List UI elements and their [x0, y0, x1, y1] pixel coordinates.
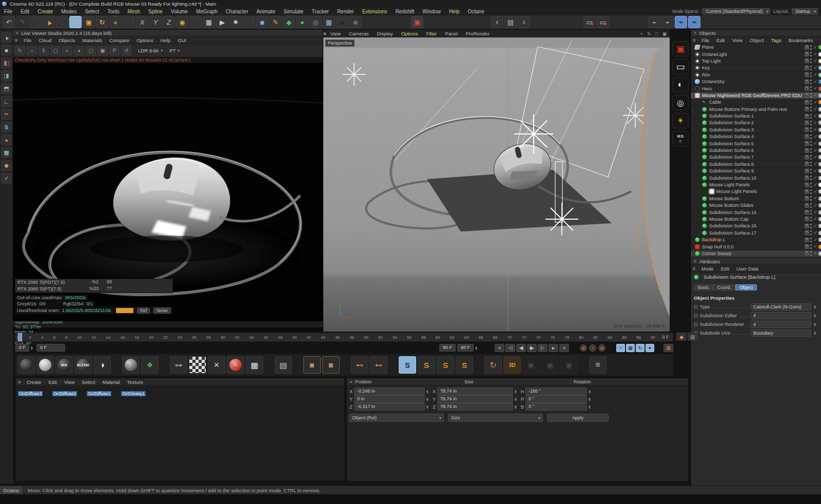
render-region-icon[interactable]	[411, 16, 423, 28]
rotation-field[interactable]: -180 °	[525, 387, 587, 395]
lv-focus-icon[interactable]	[86, 46, 96, 55]
hamburger-icon[interactable]: ≡	[691, 37, 698, 43]
menu-item[interactable]: Render	[333, 9, 358, 14]
visibility-dots-icon[interactable]	[810, 121, 812, 125]
viewport-pan-icon[interactable]: +	[638, 31, 644, 37]
viewport-maximize-icon[interactable]: ▣	[661, 31, 668, 37]
keyframe-ring-icon[interactable]	[694, 322, 698, 326]
gap[interactable]	[112, 356, 121, 374]
object-mode-select[interactable]: Object (Rel)	[349, 414, 444, 422]
enable-check-icon[interactable]: ✓	[813, 238, 817, 242]
edit-toggle-icon[interactable]	[805, 176, 809, 180]
timeline-options-icon[interactable]: ▥	[688, 333, 698, 341]
enable-check-icon[interactable]: ✓	[813, 183, 817, 187]
edit-toggle-icon[interactable]	[805, 196, 809, 201]
enable-check-icon[interactable]: ✓	[813, 127, 817, 132]
nav-back-icon[interactable]	[491, 16, 503, 28]
menu-item[interactable]: Octane	[463, 9, 488, 14]
timeline-ruler[interactable]: 0246810121416182022242628303234363840424…	[15, 333, 673, 342]
octane-glossy-material-button[interactable]: S	[418, 356, 435, 374]
enable-check-icon[interactable]: ✓	[813, 141, 817, 146]
menu-item[interactable]: MoGraph	[192, 9, 222, 14]
live-viewer-menu-item[interactable]: Compare	[106, 37, 133, 43]
material-mix-icon[interactable]: MIX	[55, 356, 73, 374]
edit-toggle-icon[interactable]	[805, 72, 809, 77]
edit-toggle-icon[interactable]	[805, 141, 809, 146]
material-name-label[interactable]: OctDiffuse2	[52, 391, 77, 396]
sep[interactable]	[56, 16, 68, 28]
octane-metal-material-button[interactable]: S	[456, 356, 473, 374]
z-axis-lock-icon[interactable]: Z	[163, 16, 175, 28]
end-frame-field[interactable]: 90 F	[457, 344, 474, 352]
object-tree-row[interactable]: Corner Sweep ✓	[691, 250, 821, 257]
enable-check-icon[interactable]: ✓	[813, 114, 817, 119]
edit-toggle-icon[interactable]	[805, 230, 809, 235]
gap[interactable]	[265, 356, 273, 374]
workplane-icon[interactable]	[1, 96, 12, 107]
objects-menu-item[interactable]: Bookmarks	[785, 37, 817, 43]
lv-restart-icon[interactable]	[15, 46, 25, 55]
material-red2-icon[interactable]: 2	[227, 356, 244, 374]
next-frame-button[interactable]: ▷	[538, 344, 548, 352]
material-sphere-icon[interactable]	[36, 356, 54, 374]
live-selection-icon[interactable]	[43, 16, 55, 28]
octane-node-icon-2[interactable]	[370, 356, 387, 374]
viewport-menu-item[interactable]: Filter	[422, 31, 441, 36]
record-keyframe-button[interactable]: ◉	[580, 344, 587, 352]
attributes-menu-item[interactable]: Edit	[717, 266, 733, 272]
objects-menu-item[interactable]: View	[729, 37, 746, 43]
size-field[interactable]: 78.74 in	[437, 403, 513, 411]
redo-icon[interactable]	[16, 16, 28, 28]
enable-check-icon[interactable]: ✓	[813, 100, 817, 105]
ref-button[interactable]: Ref	[137, 307, 150, 314]
lv-pass-icon[interactable]	[109, 46, 120, 55]
nav-forward-icon[interactable]	[518, 16, 530, 28]
add-pen-icon[interactable]	[269, 16, 282, 28]
live-viewer-menu-item[interactable]: File	[20, 37, 35, 43]
live-viewer-menu-item[interactable]: Options	[133, 37, 157, 43]
stepper-icon[interactable]: ▲▼	[813, 321, 818, 327]
stepper-icon[interactable]: ▲▼	[813, 304, 818, 310]
lv-region-icon[interactable]	[50, 46, 61, 55]
menu-item[interactable]: Simulate	[279, 9, 307, 14]
visibility-dots-icon[interactable]	[810, 169, 812, 173]
visibility-dots-icon[interactable]	[810, 224, 812, 228]
edit-toggle-icon[interactable]	[805, 45, 809, 50]
lv-sync-icon[interactable]	[121, 46, 131, 55]
edit-toggle-icon[interactable]	[805, 121, 809, 125]
hamburger-icon[interactable]: ≡	[13, 37, 20, 43]
play-button[interactable]: ▶	[527, 344, 537, 352]
viewport-menu-item[interactable]: Cameras	[345, 31, 373, 36]
attribute-tab[interactable]: Coord.	[713, 284, 735, 290]
enable-check-icon[interactable]: ✓	[813, 155, 817, 160]
hamburger-icon[interactable]: ≡	[691, 266, 698, 272]
material-pie-icon[interactable]	[93, 356, 111, 374]
enable-check-icon[interactable]: ✓	[813, 224, 817, 228]
objects-menu-item[interactable]: Edit	[713, 37, 728, 43]
image-texture-icon[interactable]	[275, 356, 292, 374]
attribute-tab[interactable]: Basic	[694, 284, 713, 290]
rotation-field[interactable]: 0 °	[525, 403, 587, 411]
live-viewer-render-area[interactable]: RTX 2080 Ti(PDT)(7.5)%268 RTX 2080 Ti(PT…	[13, 63, 323, 321]
edit-toggle-icon[interactable]	[805, 251, 809, 256]
model-mode-icon[interactable]	[1, 45, 12, 55]
object-tree-row[interactable]: Cable ✓	[691, 99, 821, 106]
object-tree-row[interactable]: Subdivision Surface.10 ✓	[691, 175, 821, 181]
object-tree-row[interactable]: Backdrop L ✓	[691, 237, 821, 243]
attribute-value-field[interactable]: Boundary	[751, 329, 811, 337]
visibility-dots-icon[interactable]	[810, 127, 812, 132]
add-cube-icon[interactable]	[256, 16, 268, 28]
key-position-button[interactable]: +	[616, 344, 625, 352]
rotation-field[interactable]: 0 °	[525, 395, 587, 403]
camera-label[interactable]: Perspective	[325, 40, 355, 47]
depth-mode-select[interactable]: LDR 8-bit▾	[138, 48, 163, 53]
attribute-value-field[interactable]: 4	[751, 312, 811, 319]
objects-menu-item[interactable]: File	[698, 37, 713, 43]
visibility-dots-icon[interactable]	[810, 134, 812, 139]
octane-dark-bolt-icon-2[interactable]	[661, 16, 674, 28]
object-tree-row[interactable]: OctaneSky ✓	[691, 79, 821, 85]
viewport-zoom-icon[interactable]: □	[654, 31, 660, 37]
position-field[interactable]: -0.317 in	[354, 403, 425, 411]
stepper-icon[interactable]: ▲▼	[813, 313, 818, 319]
visibility-dots-icon[interactable]	[810, 189, 812, 194]
